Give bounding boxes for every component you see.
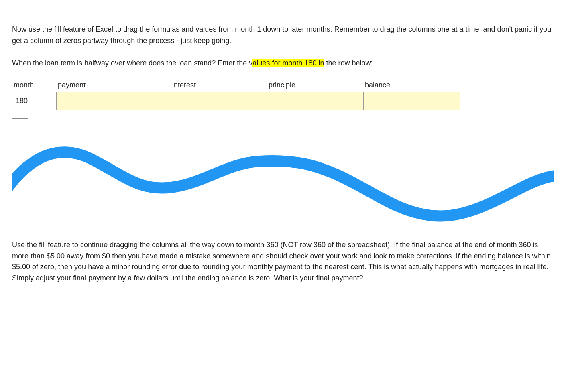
table-row: 180 xyxy=(12,92,554,110)
question-after: the row below: xyxy=(324,59,373,67)
principle-cell[interactable] xyxy=(267,92,364,110)
balance-input[interactable] xyxy=(364,92,460,110)
balance-cell[interactable] xyxy=(364,92,460,110)
table-headers: month payment interest principle balance xyxy=(12,80,554,90)
question-highlight: alues for month 180 in xyxy=(252,59,324,67)
principle-input[interactable] xyxy=(267,92,364,110)
interest-input[interactable] xyxy=(171,92,267,110)
loan-table: month payment interest principle balance… xyxy=(12,80,554,110)
bottom-paragraph: Use the fill feature to continue draggin… xyxy=(12,240,554,284)
payment-cell[interactable] xyxy=(57,92,171,110)
interest-cell[interactable] xyxy=(171,92,267,110)
divider xyxy=(12,118,28,119)
intro-paragraph: Now use the fill feature of Excel to dra… xyxy=(12,24,554,47)
principle-header: principle xyxy=(267,80,363,90)
question-before: When the loan term is halfway over where… xyxy=(12,59,252,67)
wave-chart xyxy=(12,123,554,227)
interest-header: interest xyxy=(171,80,267,90)
balance-header: balance xyxy=(363,80,460,90)
payment-input[interactable] xyxy=(57,92,171,110)
question-paragraph: When the loan term is halfway over where… xyxy=(12,58,554,69)
payment-header: payment xyxy=(56,80,171,90)
month-header: month xyxy=(12,80,56,90)
month-cell: 180 xyxy=(12,92,57,110)
